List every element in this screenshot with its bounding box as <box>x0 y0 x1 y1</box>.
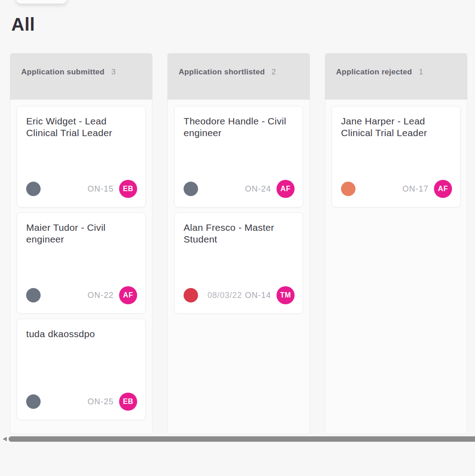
card-title: Eric Widget - Lead Clinical Trial Leader <box>26 115 136 139</box>
status-dot-icon <box>184 182 198 196</box>
avatar-badge[interactable]: AF <box>434 180 452 198</box>
horizontal-scrollbar[interactable] <box>0 436 475 443</box>
column-cards: Jane Harper - Lead Clinical Trial Leader… <box>325 100 467 214</box>
application-card[interactable]: Jane Harper - Lead Clinical Trial Leader… <box>332 106 461 207</box>
card-footer: ON-15 EB <box>26 180 137 198</box>
card-footer: ON-17 AF <box>341 180 452 198</box>
scrollbar-thumb[interactable] <box>9 436 475 442</box>
column-count: 2 <box>272 68 276 76</box>
column-header: Application shortlisted2 <box>167 53 310 100</box>
card-footer: ON-22 AF <box>26 286 137 304</box>
card-reference: ON-15 <box>88 184 114 194</box>
column-title: Application submitted <box>21 68 105 76</box>
kanban-column: Application rejected1 Jane Harper - Lead… <box>325 53 467 434</box>
application-card[interactable]: tuda dkaossdpo ON-25 EB <box>17 319 146 420</box>
kanban-column: Application shortlisted2 Theodore Handle… <box>167 53 310 434</box>
column-count: 3 <box>111 68 115 76</box>
column-title: Application shortlisted <box>179 68 265 76</box>
card-title: tuda dkaossdpo <box>26 328 136 340</box>
card-date: 08/03/22 <box>208 291 242 300</box>
column-count: 1 <box>419 68 423 76</box>
status-dot-icon <box>26 394 41 409</box>
card-reference: ON-14 <box>245 291 271 300</box>
kanban-column: Application submitted3 Eric Widget - Lea… <box>10 53 152 434</box>
card-title: Maier Tudor - Civil engineer <box>26 222 136 245</box>
top-tab[interactable] <box>16 0 67 4</box>
application-card[interactable]: Alan Fresco - Master Student 08/03/22 ON… <box>174 212 303 314</box>
column-header: Application rejected1 <box>325 53 467 100</box>
status-dot-icon <box>26 182 41 196</box>
card-footer: 08/03/22 ON-14 TM <box>184 286 295 304</box>
status-dot-icon <box>184 288 198 302</box>
page-title: All <box>11 14 35 35</box>
card-footer: ON-25 EB <box>26 393 137 411</box>
avatar-badge[interactable]: AF <box>277 180 295 198</box>
card-title: Alan Fresco - Master Student <box>184 222 294 245</box>
card-reference: ON-22 <box>88 291 114 300</box>
avatar-badge[interactable]: EB <box>119 180 137 198</box>
card-title: Theodore Handle - Civil engineer <box>184 115 294 139</box>
card-title: Jane Harper - Lead Clinical Trial Leader <box>341 115 451 139</box>
card-reference: ON-25 <box>88 397 114 407</box>
scroll-left-arrow-icon[interactable] <box>3 437 7 441</box>
avatar-badge[interactable]: AF <box>119 286 137 304</box>
avatar-badge[interactable]: TM <box>277 286 295 304</box>
card-reference: ON-17 <box>402 184 429 194</box>
column-title: Application rejected <box>336 68 412 76</box>
column-header: Application submitted3 <box>10 53 152 100</box>
column-cards: Theodore Handle - Civil engineer ON-24 A… <box>168 100 309 320</box>
avatar-badge[interactable]: EB <box>119 393 137 411</box>
column-cards: Eric Widget - Lead Clinical Trial Leader… <box>10 100 152 426</box>
application-card[interactable]: Eric Widget - Lead Clinical Trial Leader… <box>17 106 146 207</box>
status-dot-icon <box>26 288 41 302</box>
kanban-board: Application submitted3 Eric Widget - Lea… <box>10 53 467 434</box>
status-dot-icon <box>341 182 355 196</box>
application-card[interactable]: Theodore Handle - Civil engineer ON-24 A… <box>174 106 303 207</box>
card-reference: ON-24 <box>245 184 271 194</box>
application-card[interactable]: Maier Tudor - Civil engineer ON-22 AF <box>17 212 146 314</box>
card-footer: ON-24 AF <box>184 180 295 198</box>
